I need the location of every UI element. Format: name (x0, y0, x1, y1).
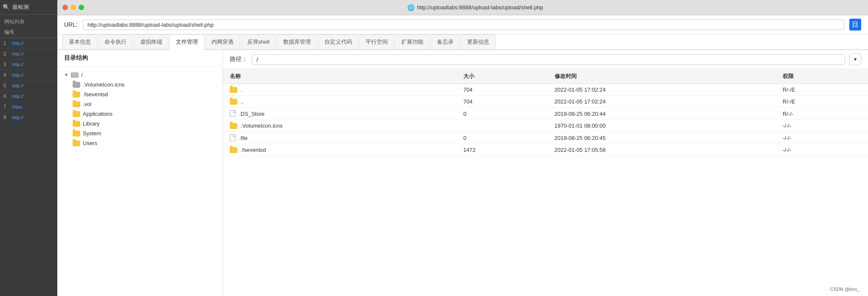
sidebar-row[interactable]: 4http:// (0, 70, 57, 81)
file-perm: -/-/- (776, 132, 868, 144)
folder-icon (73, 111, 80, 117)
tab-更新信息[interactable]: 更新信息 (461, 34, 496, 49)
file-time: 2022-01-05 17:02:24 (548, 84, 776, 96)
sidebar-row[interactable]: 8http:// (0, 112, 57, 123)
row-url: http:// (12, 41, 24, 46)
col-header-名称: 名称 (223, 69, 457, 84)
file-perm: R/-/- (776, 108, 868, 120)
table-row[interactable]: .DS_Store02019-08-25 06:20:44R/-/- (223, 108, 868, 120)
file-name-cell: .fseventsd (223, 144, 457, 156)
folder-icon (73, 121, 80, 127)
file-name-cell: .DS_Store (223, 108, 457, 120)
file-time: 2022-01-05 17:02:24 (548, 96, 776, 108)
path-dropdown-button[interactable]: ▼ (849, 53, 861, 65)
tab-备忘录[interactable]: 备忘录 (431, 34, 460, 49)
file-table: 名称大小修改时间权限 .7042022-01-05 17:02:24R/-/E.… (223, 69, 868, 296)
sidebar-row[interactable]: 3http:// (0, 59, 57, 70)
tab-bar: 基本信息命令执行虚拟终端文件管理内网穿透反弹shell数据库管理自定义代码平行空… (57, 34, 868, 50)
table-row[interactable]: .VolumeIcon.icns1970-01-01 08:00:00-/-/- (223, 120, 868, 132)
file-name-cell: .VolumeIcon.icns (223, 120, 457, 132)
maximize-button[interactable] (79, 5, 84, 10)
tab-自定义代码[interactable]: 自定义代码 (318, 34, 358, 49)
folder-icon (230, 99, 237, 105)
globe-icon: 🌐 (407, 4, 414, 11)
url-right-button[interactable]: 目 (849, 19, 861, 31)
close-button[interactable] (62, 5, 68, 10)
tree-item-label: .fseventsd (83, 91, 108, 98)
file-name: .file (239, 135, 248, 141)
file-size: 1472 (457, 144, 547, 156)
row-url: https: (12, 104, 23, 109)
tree-item-.VolumeIcon.icns[interactable]: .VolumeIcon.icns (57, 80, 223, 89)
tree-item-System[interactable]: System (57, 128, 223, 138)
table-row[interactable]: .fseventsd14722022-01-05 17:05:58-/-/- (223, 144, 868, 156)
tree-item-.vol[interactable]: .vol (57, 99, 223, 109)
title-url: http://uploadlabs:8888/upload-labs/uploa… (417, 4, 543, 11)
file-name-cell: .. (223, 96, 457, 108)
table-row[interactable]: ..7042022-01-05 17:02:24R/-/E (223, 96, 868, 108)
file-name: .fseventsd (241, 147, 266, 153)
tree-item-Library[interactable]: Library (57, 119, 223, 128)
title-bar-center: 🌐 http://uploadlabs:8888/upload-labs/upl… (87, 4, 863, 11)
search-icon[interactable]: 🔍 (3, 4, 10, 11)
tab-数据库管理[interactable]: 数据库管理 (277, 34, 317, 49)
tree-item-label: System (83, 130, 101, 137)
sidebar-row[interactable]: 6http:// (0, 91, 57, 102)
tab-扩展功能[interactable]: 扩展功能 (395, 34, 430, 49)
sidebar-title: 最检测 (12, 3, 29, 11)
tab-内网穿透[interactable]: 内网穿透 (205, 34, 240, 49)
file-name: .. (241, 98, 244, 105)
sidebar-row[interactable]: 5http:// (0, 81, 57, 91)
col-header-修改时间: 修改时间 (548, 69, 776, 84)
tab-反弹shell[interactable]: 反弹shell (241, 34, 276, 49)
sidebar-list: 1http://2http://3http://4http://5http://… (0, 38, 57, 123)
file-name: .VolumeIcon.icns (241, 123, 282, 129)
url-input[interactable] (83, 20, 844, 30)
sidebar-row[interactable]: 7https: (0, 102, 57, 112)
row-number: 8 (3, 114, 12, 120)
minimize-button[interactable] (70, 5, 76, 10)
tab-命令执行[interactable]: 命令执行 (98, 34, 133, 49)
file-time: 1970-01-01 08:00:00 (548, 120, 776, 132)
row-url: http:// (12, 62, 24, 67)
row-url: http:// (12, 73, 24, 78)
path-input[interactable] (252, 54, 845, 65)
url-label: URL: (64, 21, 78, 28)
file-perm: -/-/- (776, 144, 868, 156)
row-url: http:// (12, 94, 24, 99)
file-perm: -/-/- (776, 120, 868, 132)
tree-item-label: Users (83, 140, 97, 146)
tree-item-label: / (81, 72, 83, 78)
path-label: 路径： (230, 56, 248, 63)
sidebar-row[interactable]: 2http:// (0, 49, 57, 59)
row-number: 3 (3, 61, 12, 67)
folder-icon (73, 82, 80, 88)
sidebar-section: 网站列表 (0, 15, 57, 27)
sidebar-row[interactable]: 1http:// (0, 38, 57, 49)
folder-icon (73, 101, 80, 107)
tab-文件管理[interactable]: 文件管理 (169, 34, 204, 50)
row-number: 4 (3, 72, 12, 78)
file-time: 2019-08-25 06:20:44 (548, 108, 776, 120)
table-row[interactable]: .7042022-01-05 17:02:24R/-/E (223, 84, 868, 96)
url-bar: URL: 目 (57, 15, 868, 34)
dir-panel: 目录结构 ▼ / .VolumeIcon.icns .fseventsd .vo… (57, 50, 223, 296)
tab-基本信息[interactable]: 基本信息 (62, 34, 97, 49)
tree-item-Applications[interactable]: Applications (57, 109, 223, 119)
row-number: 7 (3, 104, 12, 110)
table-row[interactable]: .file02019-08-25 06:20:45-/-/- (223, 132, 868, 144)
folder-icon (230, 147, 237, 153)
tree-item-/[interactable]: ▼ / (57, 70, 223, 80)
tree-item-.fseventsd[interactable]: .fseventsd (57, 89, 223, 99)
col-header-大小: 大小 (457, 69, 547, 84)
col-header-权限: 权限 (776, 69, 868, 84)
file-name-cell: .file (223, 132, 457, 144)
tab-平行空间[interactable]: 平行空间 (359, 34, 394, 49)
row-number: 5 (3, 83, 12, 89)
row-url: http:// (12, 51, 24, 56)
file-size: 704 (457, 84, 547, 96)
sidebar: 🔍 最检测 网站列表 编号 1http://2http://3http://4h… (0, 0, 57, 296)
tree-item-Users[interactable]: Users (57, 138, 223, 148)
tab-虚拟终端[interactable]: 虚拟终端 (134, 34, 169, 49)
folder-icon (73, 131, 80, 137)
